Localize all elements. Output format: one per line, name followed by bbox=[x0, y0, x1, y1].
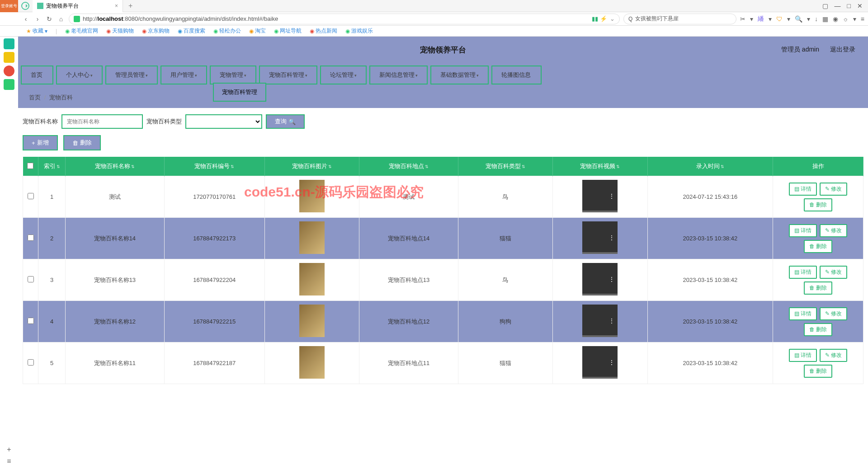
th-code[interactable]: 宠物百科编号⇅ bbox=[164, 157, 264, 176]
detail-button[interactable]: ▤详情 bbox=[789, 307, 817, 320]
th-name[interactable]: 宠物百科名称⇅ bbox=[66, 157, 165, 176]
login-badge[interactable]: 登录账号 bbox=[0, 0, 18, 12]
video-thumbnail[interactable] bbox=[582, 221, 618, 254]
row-checkbox[interactable] bbox=[28, 193, 34, 199]
add-button[interactable]: +新增 bbox=[23, 135, 58, 150]
video-thumbnail[interactable] bbox=[582, 305, 618, 337]
add-panel-icon[interactable]: + bbox=[7, 446, 11, 454]
th-place[interactable]: 宠物百科地点⇅ bbox=[359, 157, 458, 176]
th-image[interactable]: 宠物百科图片⇅ bbox=[264, 157, 359, 176]
detail-button[interactable]: ▤详情 bbox=[789, 183, 817, 196]
nav-admin-mgmt[interactable]: 管理员管理 bbox=[105, 66, 158, 84]
th-index[interactable]: 索引⇅ bbox=[38, 157, 66, 176]
nav-data-mgmt[interactable]: 基础数据管理 bbox=[430, 66, 489, 84]
list-panel-icon[interactable]: ≡ bbox=[7, 457, 11, 465]
rail-icon-2[interactable] bbox=[4, 52, 14, 63]
window-pip-icon[interactable]: ▢ bbox=[822, 2, 828, 9]
back-button[interactable]: ‹ bbox=[22, 15, 30, 23]
browser-tab[interactable]: 宠物领养平台 × bbox=[33, 0, 123, 12]
th-video[interactable]: 宠物百科视频⇅ bbox=[553, 157, 647, 176]
video-thumbnail[interactable] bbox=[582, 263, 618, 295]
globe-icon[interactable]: ◉ bbox=[833, 15, 838, 23]
nav-personal[interactable]: 个人中心 bbox=[56, 66, 103, 84]
row-delete-button[interactable]: 🗑删除 bbox=[804, 323, 832, 336]
bookmark-3[interactable]: ◉百度搜索 bbox=[178, 27, 205, 35]
nav-forum-mgmt[interactable]: 论坛管理 bbox=[320, 66, 367, 84]
row-checkbox[interactable] bbox=[28, 234, 34, 241]
row-checkbox[interactable] bbox=[28, 276, 34, 282]
bookmark-4[interactable]: ◉轻松办公 bbox=[213, 27, 241, 35]
shield2-icon[interactable]: 🛡 bbox=[776, 15, 783, 23]
reload-button[interactable]: ↻ bbox=[45, 15, 53, 23]
menu-icon[interactable]: ≡ bbox=[861, 15, 864, 23]
filter-name-input[interactable] bbox=[61, 114, 143, 129]
row-delete-button[interactable]: 🗑删除 bbox=[804, 240, 832, 253]
bookmark-7[interactable]: ◉热点新闻 bbox=[310, 27, 337, 35]
thumbnail-image[interactable] bbox=[299, 263, 325, 295]
row-delete-button[interactable]: 🗑删除 bbox=[804, 281, 832, 295]
reload-circle-icon[interactable] bbox=[21, 2, 29, 10]
url-dropdown-icon[interactable]: ⌄ bbox=[610, 15, 615, 22]
bookmark-5[interactable]: ◉淘宝 bbox=[249, 27, 266, 35]
flash-icon[interactable]: ▮▮ ⚡ bbox=[592, 15, 607, 22]
translate-icon[interactable]: 繙 bbox=[758, 15, 764, 23]
bookmark-8[interactable]: ◉游戏娱乐 bbox=[345, 27, 373, 35]
magnify-icon[interactable]: 🔍 bbox=[795, 15, 802, 23]
filter-type-select[interactable] bbox=[185, 114, 262, 129]
thumbnail-image[interactable] bbox=[299, 180, 325, 212]
rail-icon-1[interactable] bbox=[4, 38, 14, 49]
edit-button[interactable]: ✎修改 bbox=[820, 224, 847, 237]
bookmark-fav[interactable]: ★收藏 ▾ bbox=[26, 27, 47, 35]
detail-button[interactable]: ▤详情 bbox=[789, 224, 817, 237]
detail-button[interactable]: ▤详情 bbox=[789, 349, 817, 362]
breadcrumb-home[interactable]: 首页 bbox=[29, 94, 41, 101]
row-checkbox[interactable] bbox=[28, 318, 34, 324]
edit-button[interactable]: ✎修改 bbox=[820, 307, 847, 320]
window-max-icon[interactable]: □ bbox=[847, 2, 851, 9]
bookmark-0[interactable]: ◉老毛桃官网 bbox=[65, 27, 98, 35]
thumbnail-image[interactable] bbox=[299, 305, 325, 337]
admin-label[interactable]: 管理员 admin bbox=[781, 46, 819, 54]
sun-icon[interactable]: ☼ bbox=[843, 15, 849, 23]
rail-icon-3[interactable] bbox=[4, 66, 14, 76]
close-icon[interactable]: × bbox=[115, 3, 118, 9]
nav-carousel[interactable]: 轮播图信息 bbox=[491, 66, 542, 84]
row-delete-button[interactable]: 🗑删除 bbox=[804, 198, 832, 211]
detail-button[interactable]: ▤详情 bbox=[789, 266, 817, 279]
row-checkbox[interactable] bbox=[28, 359, 34, 366]
edit-button[interactable]: ✎修改 bbox=[820, 266, 847, 279]
th-time[interactable]: 录入时间⇅ bbox=[647, 157, 773, 176]
bookmark-6[interactable]: ◉网址导航 bbox=[274, 27, 302, 35]
scissors-icon[interactable]: ✂ bbox=[740, 15, 745, 23]
apps-icon[interactable]: ▦ bbox=[822, 15, 828, 23]
th-type[interactable]: 宠物百科类型⇅ bbox=[458, 157, 552, 176]
query-button[interactable]: 查询🔍 bbox=[266, 114, 305, 129]
nav-pet-mgmt[interactable]: 宠物管理 bbox=[210, 66, 256, 84]
forward-button[interactable]: › bbox=[33, 15, 42, 23]
url-input[interactable]: http://localhost:8080/chongwulingyangpin… bbox=[69, 14, 620, 24]
edit-button[interactable]: ✎修改 bbox=[820, 183, 847, 196]
window-min-icon[interactable]: — bbox=[835, 2, 841, 9]
new-tab-button[interactable]: + bbox=[123, 2, 138, 10]
nav-news-mgmt[interactable]: 新闻信息管理 bbox=[369, 66, 428, 84]
nav-user-mgmt[interactable]: 用户管理 bbox=[160, 66, 207, 84]
window-close-icon[interactable]: ✕ bbox=[857, 2, 863, 9]
nav-dropdown-item[interactable]: 宠物百科管理 bbox=[213, 83, 266, 102]
bookmark-1[interactable]: ◉天猫购物 bbox=[106, 27, 134, 35]
nav-baike-mgmt[interactable]: 宠物百科管理 bbox=[259, 66, 317, 84]
thumbnail-image[interactable] bbox=[299, 221, 325, 254]
video-thumbnail[interactable] bbox=[582, 180, 618, 212]
bookmark-2[interactable]: ◉京东购物 bbox=[142, 27, 170, 35]
video-thumbnail[interactable] bbox=[582, 346, 618, 379]
thumbnail-image[interactable] bbox=[299, 346, 325, 379]
delete-button[interactable]: 🗑删除 bbox=[63, 135, 101, 150]
download-icon[interactable]: ↓ bbox=[815, 15, 818, 23]
select-all-checkbox[interactable] bbox=[27, 163, 33, 169]
logout-link[interactable]: 退出登录 bbox=[830, 46, 855, 54]
rail-icon-4[interactable] bbox=[4, 79, 14, 90]
nav-home[interactable]: 首页 bbox=[21, 66, 53, 84]
home-button[interactable]: ⌂ bbox=[57, 15, 65, 23]
row-delete-button[interactable]: 🗑删除 bbox=[804, 365, 832, 378]
edit-button[interactable]: ✎修改 bbox=[820, 349, 847, 362]
search-input[interactable]: Q 女孩被熊叼下悬崖 bbox=[623, 14, 736, 24]
